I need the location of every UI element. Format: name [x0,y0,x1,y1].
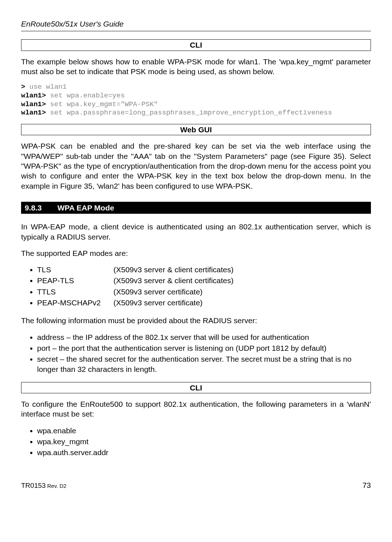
cli2-intro: To configure the EnRoute500 to support 8… [21,399,371,419]
cli1-intro: The example below shows how to enable WP… [21,57,371,77]
eap-mode-name: TTLS [37,287,113,297]
section-number: 9.8.3 [25,203,57,213]
footer-rev: Rev. D2 [46,483,67,489]
header-rule [21,31,371,31]
radius-info-list: address – the IP address of the 802.1x s… [21,332,371,374]
list-item: TLS(X509v3 server & client certificates) [37,265,371,274]
list-item: port – the port that the authentication … [37,343,371,353]
wpa-params-list: wpa.enable wpa.key_mgmt wpa.auth.server.… [21,426,371,458]
eap-mode-cert: (X509v3 server certificate) [113,288,203,296]
list-item: wpa.enable [37,426,371,435]
section-title: WPA EAP Mode [57,204,114,212]
list-item: wpa.auth.server.addr [37,447,371,457]
cli-cmd: set wpa.key_mgmt="WPA-PSK" [46,100,158,108]
eap-mode-name: TLS [37,265,113,274]
list-item: TTLS(X509v3 server certificate) [37,287,371,297]
webgui-label: Web GUI [21,124,371,135]
cli-label-1: CLI [21,39,371,51]
cli-cmd: set wpa.enable=yes [46,92,125,100]
section-heading: 9.8.3WPA EAP Mode [21,202,371,214]
footer: TR0153 Rev. D2 73 [21,480,371,490]
eap-mode-name: PEAP-MSCHAPv2 [37,298,113,308]
eap-supported-label: The supported EAP modes are: [21,248,371,258]
list-item: wpa.key_mgmt [37,437,371,446]
cli-label-2: CLI [21,382,371,393]
eap-mode-name: PEAP-TLS [37,276,113,285]
cli-cmd: set wpa.passphrase=long_passphrases_impr… [46,109,332,117]
eap-modes-list: TLS(X509v3 server & client certificates)… [21,265,371,308]
page-number: 73 [363,480,371,490]
list-item: address – the IP address of the 802.1x s… [37,332,371,342]
footer-doc-id: TR0153 Rev. D2 [21,482,67,489]
cli-prompt: wlan1> [21,92,46,100]
eap-intro: In WPA-EAP mode, a client device is auth… [21,222,371,242]
list-item: secret – the shared secret for the authe… [37,354,371,374]
eap-mode-cert: (X509v3 server certificate) [113,298,203,307]
cli1-code: > use wlan1 wlan1> set wpa.enable=yes wl… [21,83,371,117]
webgui-para: WPA-PSK can be enabled and the pre-share… [21,141,371,190]
header-doc-title: EnRoute50x/51x User's Guide [21,19,371,29]
cli-prompt: > [21,83,25,91]
footer-doc: TR0153 [21,482,46,489]
eap-mode-cert: (X509v3 server & client certificates) [113,265,233,274]
cli-cmd: use wlan1 [25,83,67,91]
eap-mode-cert: (X509v3 server & client certificates) [113,276,233,285]
list-item: PEAP-MSCHAPv2(X509v3 server certificate) [37,298,371,308]
list-item: PEAP-TLS(X509v3 server & client certific… [37,276,371,285]
radius-label: The following information must be provid… [21,316,371,325]
cli-prompt: wlan1> [21,109,46,117]
cli-prompt: wlan1> [21,100,46,108]
